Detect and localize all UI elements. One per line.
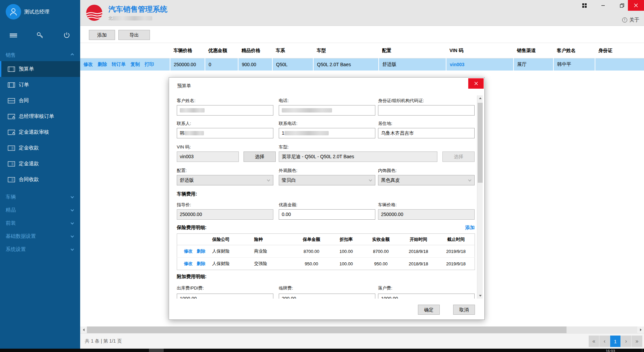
redacted-text: [180, 108, 205, 113]
vin-select-button[interactable]: 选择: [244, 151, 276, 162]
sidebar-section-system[interactable]: 系统设置: [0, 244, 80, 255]
item-label: 总经理审核订单: [19, 113, 54, 120]
order-icon: [7, 82, 15, 88]
ok-button[interactable]: 确定: [418, 305, 440, 315]
print-link[interactable]: 打印: [145, 61, 154, 67]
to-order-link[interactable]: 转订单: [112, 61, 126, 67]
model-select-button[interactable]: 选择: [442, 151, 475, 162]
phone-field[interactable]: [279, 105, 375, 116]
restore-icon[interactable]: [616, 0, 628, 11]
minimize-icon[interactable]: [597, 0, 609, 11]
chevron-down-icon: [71, 208, 74, 212]
id-code-field[interactable]: [378, 105, 475, 116]
col-config: 配置: [379, 43, 446, 58]
edit-link[interactable]: 修改: [184, 249, 193, 254]
vertical-scrollbar[interactable]: [477, 95, 483, 299]
sidebar-section-vehicles[interactable]: 车辆: [0, 191, 80, 202]
sidebar-section-sales[interactable]: 销售: [0, 50, 80, 60]
residence-field[interactable]: 乌鲁木齐昌吉市: [378, 128, 475, 138]
residence-label: 居住地:: [378, 121, 392, 127]
insurance-add-link[interactable]: 添加: [462, 225, 475, 231]
avatar[interactable]: [6, 4, 21, 19]
prev-page-button[interactable]: ‹: [599, 336, 610, 347]
next-page-button[interactable]: ›: [621, 336, 632, 347]
cell-end: 2019/9/18: [437, 245, 475, 258]
taskbar-clock: 16:03: [606, 349, 615, 352]
temp-plate-fee-label: 临牌费:: [279, 285, 293, 291]
last-page-button[interactable]: »: [632, 336, 642, 347]
export-button[interactable]: 导出: [118, 30, 150, 40]
sidebar-item-budget[interactable]: 预算单: [0, 61, 80, 77]
about-label: 关于: [629, 17, 639, 23]
taskbar-divider: [642, 349, 642, 352]
sidebar: 测试总经理 销售 预算单 订单 合同: [0, 0, 80, 349]
vin-link[interactable]: vin003: [450, 62, 465, 67]
os-taskbar[interactable]: 16:03: [0, 349, 644, 352]
sidebar-section-preinstall[interactable]: 前装: [0, 218, 80, 228]
sidebar-item-deposit-refund-audit[interactable]: 定金退款审核: [0, 124, 80, 140]
app-logo: [86, 4, 103, 23]
vin-field[interactable]: vin003: [177, 151, 239, 162]
current-page-button[interactable]: 1: [610, 336, 621, 347]
col-ins-start: 开始时间: [400, 234, 437, 245]
contact-field[interactable]: 韩: [177, 128, 273, 138]
customer-name-field[interactable]: [177, 105, 273, 116]
temp-plate-fee-field[interactable]: 200.00: [279, 294, 375, 299]
cell-end: 2019/9/18: [437, 258, 475, 270]
cell-received: 8700.00: [362, 245, 400, 258]
chevron-down-icon: [71, 195, 74, 199]
redacted-text: [284, 131, 329, 135]
guide-price-field[interactable]: 250000.00: [177, 209, 273, 220]
settle-fee-field[interactable]: 1000.00: [378, 294, 475, 299]
pdi-fee-field[interactable]: 1000.00: [177, 294, 273, 299]
scroll-left-icon[interactable]: [80, 326, 87, 333]
interior-color-select[interactable]: 黑色真皮: [378, 175, 475, 185]
add-button[interactable]: 添加: [89, 30, 115, 40]
insurance-row: 修改删除 人保财险 商业险 8700.00 100.00 8700.00 201…: [177, 245, 475, 258]
hamburger-menu-icon[interactable]: [8, 30, 19, 40]
first-page-button[interactable]: «: [589, 336, 599, 347]
close-window-icon[interactable]: [628, 0, 644, 11]
sidebar-section-boutique[interactable]: 精品: [0, 205, 80, 215]
config-label: 配置:: [177, 168, 187, 174]
power-icon[interactable]: [61, 30, 72, 40]
about-button[interactable]: ! 关于: [622, 17, 639, 23]
contact-phone-field[interactable]: 1: [279, 128, 375, 138]
sidebar-item-contract[interactable]: 合同: [0, 93, 80, 108]
vehicle-price-field[interactable]: 250000.00: [378, 209, 475, 220]
cell-model: Q50L 2.0T Baes: [313, 58, 379, 71]
sidebar-section-base-data[interactable]: 基础数据设置: [0, 231, 80, 241]
pdi-fee-label: 出库费/PDI费:: [177, 285, 204, 291]
horizontal-scrollbar-thumb[interactable]: [87, 326, 567, 333]
delete-link[interactable]: 删除: [98, 61, 107, 67]
col-ins-amount: 保单金额: [293, 234, 330, 245]
edit-link[interactable]: 修改: [184, 261, 193, 266]
scroll-up-icon[interactable]: [477, 95, 483, 101]
scroll-right-icon[interactable]: [637, 326, 644, 333]
sidebar-item-deposit-refund[interactable]: 定金退款: [0, 156, 80, 172]
copy-link[interactable]: 复制: [130, 61, 140, 67]
cancel-button[interactable]: 取消: [453, 305, 475, 315]
exterior-color-select[interactable]: 莹贝白: [279, 175, 375, 185]
sidebar-item-order[interactable]: 订单: [0, 77, 80, 93]
sidebar-item-deposit-receipt[interactable]: 定金收款: [0, 140, 80, 156]
delete-link[interactable]: 删除: [197, 261, 205, 266]
item-label: 定金退款: [19, 161, 39, 167]
model-field[interactable]: 英菲尼迪 - Q50L - Q50L 2.0T Baes: [279, 151, 437, 162]
col-discount: 优惠金额: [205, 43, 238, 58]
edit-link[interactable]: 修改: [84, 61, 93, 67]
key-icon[interactable]: [34, 30, 46, 40]
sidebar-item-gm-audit-order[interactable]: 总经理审核订单: [0, 108, 80, 124]
taskbar-app-indicator[interactable]: [149, 349, 164, 352]
delete-link[interactable]: 删除: [197, 249, 205, 254]
dialog-close-icon[interactable]: [468, 78, 484, 89]
item-label: 定金收款: [19, 145, 39, 151]
config-select[interactable]: 舒适版: [177, 175, 273, 185]
sidebar-item-contract-receipt[interactable]: 合同收款: [0, 172, 80, 187]
discount-field[interactable]: 0.00: [279, 209, 375, 220]
grid-menu-icon[interactable]: [578, 0, 590, 11]
table-header-row: 车辆价格 优惠金额 精品价格 车系 车型 配置 VIN 码 销售渠道 客户姓名 …: [80, 43, 644, 58]
scroll-down-icon[interactable]: [477, 293, 483, 299]
vertical-scrollbar-thumb[interactable]: [478, 103, 483, 183]
horizontal-scrollbar[interactable]: [80, 326, 644, 333]
